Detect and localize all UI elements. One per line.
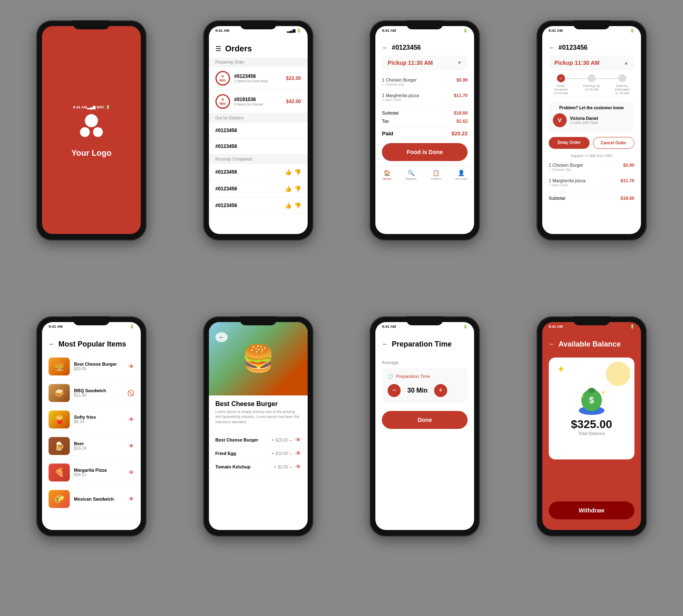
problem-item1-sub: + Cheese Dip [549, 168, 583, 172]
status-time: 9:41 AM [549, 325, 563, 329]
list-header: ← Most Popular Items [42, 329, 141, 353]
tax-value: $1.62 [457, 119, 468, 124]
cancel-order-button[interactable]: Cancel Order [593, 137, 634, 149]
order-item-2[interactable]: 8 Min #0191036 3 Items for Dinner $42.00 [209, 90, 308, 113]
item1-sub: + Cheese Dip [382, 82, 417, 86]
menu-name-2: Softy fries [74, 415, 124, 419]
order-desc-2: 3 Items for Dinner [234, 102, 286, 106]
eye-icon-3[interactable]: 👁 [129, 443, 134, 449]
status-icons: 🔋 [630, 325, 634, 329]
nav-orders[interactable]: 📋 Orders [431, 170, 441, 181]
addon-eye-0[interactable]: 👁 [295, 437, 301, 443]
addon-remove-0[interactable]: – [290, 438, 292, 442]
back-arrow-icon: ← [215, 332, 228, 342]
food-done-button[interactable]: Food is Done [382, 143, 468, 161]
battery-icon: 🔋 [106, 105, 110, 109]
thumbs-1: 👍 👎 [285, 169, 301, 175]
menu-item-2[interactable]: 🍟 Softy fries $6.24 👁 [42, 406, 141, 433]
tax-line: Tax $1.62 [375, 117, 474, 125]
order-item-1[interactable]: 6 Min #0123456 2 Items for Fast food $22… [209, 67, 308, 90]
back-button-balance[interactable]: ← [549, 340, 555, 348]
addon-add-0[interactable]: + [272, 438, 274, 442]
addon-item-2[interactable]: Tomato Ketchup + $2.00 – 👁 [209, 460, 308, 474]
phone-burger-detail: 🍔 ← Best Cheese Burger Lorem ipsum is si… [175, 308, 342, 604]
eye-icon-4[interactable]: 👁 [129, 469, 134, 476]
hamburger-menu-icon[interactable]: ☰ [215, 45, 221, 53]
addon-remove-1[interactable]: – [290, 451, 292, 456]
thumbdown-icon-3[interactable]: 👎 [294, 202, 301, 209]
food-image-fries: 🍟 [49, 411, 70, 428]
detail-header: ← #0123456 [375, 33, 474, 55]
delay-order-button[interactable]: Delay Order [549, 137, 590, 149]
status-icons: ▂▄▆ WiFi 🔋 [87, 105, 110, 109]
nav-home[interactable]: 🏠 Home [383, 170, 391, 181]
back-button[interactable]: ← [382, 44, 388, 51]
thumbdown-icon[interactable]: 👎 [294, 169, 301, 175]
thumbdown-icon-2[interactable]: 👎 [294, 185, 301, 192]
pickup-time-problem: Pickup 11:30 AM [554, 60, 600, 66]
back-button-popular[interactable]: ← [49, 340, 55, 348]
money-bag-icon: $ ✦ ✦ [573, 381, 610, 418]
completed-order-2[interactable]: #0123456 👍 👎 [209, 181, 308, 197]
prep-box: 🕐 Preparation Time − 30 Min + [382, 368, 468, 403]
logo-icon [75, 109, 108, 142]
addon-remove-2[interactable]: – [290, 465, 292, 469]
completed-order-3[interactable]: #0123456 👍 👎 [209, 197, 308, 214]
burger-back-button[interactable]: ← [215, 333, 228, 341]
thumbs-2: 👍 👎 [285, 185, 301, 192]
balance-title: Available Balance [559, 340, 621, 349]
divider2 [382, 127, 468, 127]
notch [240, 20, 277, 29]
delivery-order-2[interactable]: #0123456 [209, 139, 308, 155]
status-icons: ▂▄▆ 🔋 [287, 29, 301, 33]
back-button-problem[interactable]: ← [549, 44, 555, 51]
menu-item-5[interactable]: 🌮 Mexican Sandwich 👁 [42, 486, 141, 512]
deco-dots: ✦ [557, 364, 565, 375]
status-icons: 🔋 [630, 29, 634, 33]
thumbup-icon-3[interactable]: 👍 [285, 202, 292, 209]
track-label-1: OrderAccepted [554, 84, 568, 91]
menu-price-2: $6.24 [74, 419, 124, 424]
thumbup-icon-2[interactable]: 👍 [285, 185, 292, 192]
nav-explore[interactable]: 🔍 Explore [406, 170, 417, 181]
balance-amount: $325.00 [571, 418, 612, 431]
delivery-order-1[interactable]: #0123456 [209, 123, 308, 139]
eye-icon-5[interactable]: 👁 [129, 496, 134, 502]
nav-explore-label: Explore [406, 177, 417, 181]
problem-item1-name: 1 Chicken Burger [549, 163, 583, 168]
back-button-prep[interactable]: ← [382, 340, 388, 348]
menu-item-0[interactable]: 🍔 Best Cheese Burger $20.00 👁 [42, 353, 141, 380]
subtotal-label: Subtotal [382, 110, 398, 115]
nav-account[interactable]: 👤 Account [455, 170, 467, 181]
subtotal-value: $18.60 [454, 110, 468, 115]
addon-eye-1[interactable]: 👁 [295, 450, 301, 457]
done-button[interactable]: Done [382, 411, 468, 429]
menu-item-4[interactable]: 🍕 Margarita Pizza $34.57 👁 [42, 459, 141, 486]
completed-order-1[interactable]: #0123456 👍 👎 [209, 164, 308, 181]
menu-item-1[interactable]: 🥪 BBQ Sandwich $11.60 🚫 [42, 380, 141, 406]
addon-controls-0: + $20.00 – [272, 438, 292, 442]
addon-eye-2[interactable]: 👁 [295, 464, 301, 470]
completed-id-1: #0123456 [215, 169, 285, 175]
eye-crossed-icon-1[interactable]: 🚫 [127, 390, 134, 396]
order-id-2: #0191036 [234, 97, 286, 102]
addon-name-2: Tomato Ketchup [215, 464, 274, 469]
addon-add-1[interactable]: + [272, 451, 274, 456]
menu-info-5: Mexican Sandwich [74, 497, 124, 501]
thumbup-icon[interactable]: 👍 [285, 169, 292, 175]
withdraw-button[interactable]: Withdraw [549, 501, 634, 519]
decrease-button[interactable]: − [388, 384, 401, 397]
addon-item-1[interactable]: Fried Egg + $10.00 – 👁 [209, 447, 308, 460]
pickup-bar[interactable]: Pickup 11:30 AM ▼ [382, 55, 468, 70]
pickup-bar-problem[interactable]: Pickup 11:30 AM ▲ [549, 55, 634, 70]
addon-add-2[interactable]: + [274, 465, 276, 469]
increase-button[interactable]: + [434, 384, 447, 397]
notch [240, 316, 277, 325]
menu-item-3[interactable]: 🍺 Beer $16.24 👁 [42, 433, 141, 459]
item1-price: $5.90 [457, 77, 468, 86]
addon-item-0[interactable]: Best Cheese Burger + $20.00 – 👁 [209, 433, 308, 447]
problem-header: ← #0123456 [542, 33, 641, 55]
eye-icon-0[interactable]: 👁 [129, 363, 134, 370]
eye-icon-2[interactable]: 👁 [129, 416, 134, 423]
notch [73, 316, 110, 325]
